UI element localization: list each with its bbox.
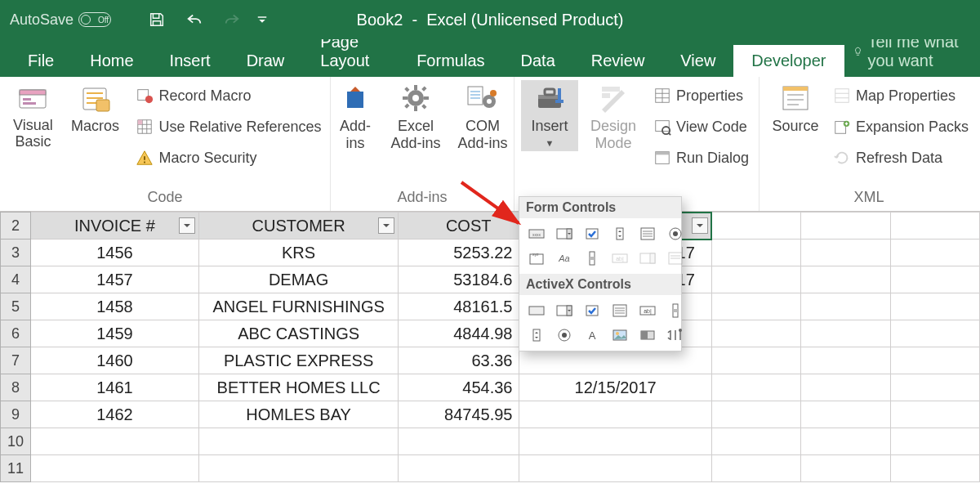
cell[interactable] (801, 347, 890, 374)
tab-insert[interactable]: Insert (152, 45, 229, 77)
insert-control-button[interactable]: Insert ▼ (521, 80, 578, 151)
map-properties-button[interactable]: Map Properties (830, 80, 972, 111)
row-header[interactable]: 4 (1, 266, 31, 293)
ax-spin-icon[interactable] (524, 325, 549, 346)
ax-checkbox-icon[interactable] (580, 300, 604, 321)
cell[interactable] (801, 374, 890, 401)
table-row[interactable]: 10 (1, 428, 980, 455)
ax-textbox-icon[interactable]: ab| (635, 300, 660, 321)
tab-draw[interactable]: Draw (229, 45, 303, 77)
ax-option-icon[interactable] (552, 325, 577, 346)
tab-review[interactable]: Review (573, 45, 663, 77)
row-header[interactable]: 11 (1, 455, 31, 482)
cell[interactable] (801, 266, 890, 293)
use-relative-references-button[interactable]: Use Relative References (132, 111, 324, 142)
macro-security-button[interactable]: Macro Security (132, 142, 324, 173)
cell[interactable] (711, 401, 800, 428)
cell[interactable] (801, 213, 890, 240)
cell[interactable] (890, 293, 979, 320)
form-groupbox-icon[interactable]: xyz (524, 248, 549, 269)
ax-label-icon[interactable]: A (580, 325, 604, 346)
expansion-packs-button[interactable]: Expansion Packs (830, 111, 972, 142)
table-row[interactable]: 8 1461 BETTER HOMES LLC 454.36 12/15/201… (1, 374, 980, 401)
row-header[interactable]: 3 (1, 240, 31, 266)
qat-customize[interactable] (255, 5, 270, 34)
cell[interactable]: 1458 (31, 293, 199, 320)
tab-home[interactable]: Home (72, 45, 151, 77)
col-header-cost[interactable]: COST (399, 213, 519, 240)
ax-more-icon[interactable] (663, 325, 688, 346)
undo-button[interactable] (180, 5, 209, 34)
table-row[interactable]: 9 1462 HOMLES BAY 84745.95 (1, 401, 980, 428)
form-label-icon[interactable]: Aa (552, 248, 577, 269)
cell[interactable] (801, 428, 890, 455)
cell[interactable] (801, 401, 890, 428)
cell[interactable] (711, 347, 800, 374)
cell[interactable] (890, 401, 979, 428)
cell[interactable] (711, 428, 800, 455)
cell[interactable] (890, 240, 979, 266)
cell[interactable] (801, 293, 890, 320)
cell[interactable]: 1461 (31, 374, 199, 401)
tab-formulas[interactable]: Formulas (399, 45, 502, 77)
filter-button[interactable] (378, 217, 394, 234)
cell[interactable] (890, 374, 979, 401)
filter-button[interactable] (692, 217, 708, 234)
cell[interactable]: KRS (198, 240, 398, 266)
cell[interactable]: ABC CASTINGS (198, 320, 398, 347)
table-row[interactable]: 6 1459 ABC CASTINGS 4844.98 12/1/2017 (1, 320, 980, 347)
record-macro-button[interactable]: Record Macro (132, 80, 324, 111)
cell[interactable] (711, 266, 800, 293)
cell[interactable] (198, 455, 398, 482)
col-header-invoice[interactable]: INVOICE # (31, 213, 199, 240)
autosave-toggle[interactable]: AutoSave Off (10, 11, 111, 29)
table-row[interactable]: 7 1460 PLASTIC EXPRESS 63.36 (1, 347, 980, 374)
cell[interactable]: ANGEL FURNISHINGS (198, 293, 398, 320)
design-mode-button[interactable]: Design Mode (583, 80, 644, 152)
form-button-icon[interactable]: xxxx (524, 223, 549, 244)
tab-file[interactable]: File (10, 45, 72, 77)
cell[interactable]: PLASTIC EXPRESS (198, 347, 398, 374)
form-checkbox-icon[interactable] (580, 223, 604, 244)
form-listbox-icon[interactable] (635, 223, 660, 244)
ax-combo-icon[interactable] (552, 300, 577, 321)
table-row[interactable]: 5 1458 ANGEL FURNISHINGS 48161.5 (1, 293, 980, 320)
spreadsheet[interactable]: 2 INVOICE # CUSTOMER COST ID 3 1456 KRS … (0, 212, 980, 482)
cell[interactable]: 12/15/2017 (519, 374, 711, 401)
properties-button[interactable]: Properties (650, 80, 752, 111)
cell[interactable]: 5253.22 (399, 240, 519, 266)
cell[interactable]: 1460 (31, 347, 199, 374)
table-row[interactable]: 2 INVOICE # CUSTOMER COST ID (1, 213, 980, 240)
cell[interactable] (890, 455, 979, 482)
col-header-customer[interactable]: CUSTOMER (198, 213, 398, 240)
cell[interactable] (801, 240, 890, 266)
cell[interactable] (711, 213, 800, 240)
cell[interactable]: 1459 (31, 320, 199, 347)
cell[interactable] (399, 428, 519, 455)
cell[interactable]: 4844.98 (399, 320, 519, 347)
ax-button-icon[interactable] (524, 300, 549, 321)
com-addins-button[interactable]: COM Add-ins (452, 80, 514, 152)
cell[interactable] (519, 401, 711, 428)
form-spin-icon[interactable] (608, 223, 632, 244)
tab-view[interactable]: View (662, 45, 733, 77)
row-header[interactable]: 9 (1, 401, 31, 428)
cell[interactable]: 48161.5 (399, 293, 519, 320)
cell[interactable]: 1462 (31, 401, 199, 428)
row-header[interactable]: 2 (1, 213, 31, 240)
ax-toggle-icon[interactable] (635, 325, 660, 346)
run-dialog-button[interactable]: Run Dialog (650, 142, 752, 173)
ax-image-icon[interactable] (608, 325, 632, 346)
tab-data[interactable]: Data (503, 45, 573, 77)
cell[interactable] (801, 320, 890, 347)
row-header[interactable]: 8 (1, 374, 31, 401)
cell[interactable] (711, 320, 800, 347)
cell[interactable] (31, 428, 199, 455)
cell[interactable]: 454.36 (399, 374, 519, 401)
view-code-button[interactable]: View Code (650, 111, 752, 142)
redo-button[interactable] (217, 5, 247, 34)
filter-button[interactable] (179, 217, 195, 234)
table-row[interactable]: 11 (1, 455, 980, 482)
row-header[interactable]: 6 (1, 320, 31, 347)
ax-listbox-icon[interactable] (608, 300, 632, 321)
